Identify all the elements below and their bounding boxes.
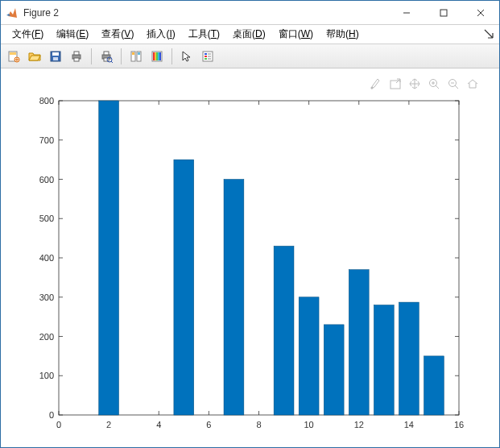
cursor-button[interactable] <box>177 47 196 66</box>
save-icon <box>49 50 62 63</box>
ytick-label: 600 <box>39 175 54 185</box>
link-button[interactable] <box>126 47 146 66</box>
bar <box>299 297 319 415</box>
menu-i[interactable]: 插入(I) <box>140 26 181 43</box>
menu-t[interactable]: 工具(T) <box>182 26 226 43</box>
menu-f[interactable]: 文件(F) <box>6 26 50 43</box>
minimize-button[interactable] <box>388 1 425 25</box>
cursor-icon <box>180 50 193 63</box>
insert-legend-button[interactable] <box>198 47 217 66</box>
toolbar-separator <box>171 48 172 64</box>
new-figure-icon <box>7 50 20 63</box>
svg-rect-23 <box>138 52 140 55</box>
ytick-label: 200 <box>39 332 54 342</box>
svg-rect-11 <box>53 57 58 60</box>
svg-rect-1 <box>440 10 447 16</box>
toolbar <box>1 44 499 68</box>
xtick-label: 0 <box>56 420 61 429</box>
xtick-label: 6 <box>206 420 211 429</box>
open-icon <box>28 50 41 63</box>
chart-svg: 01002003004005006007008000246810121416 <box>1 68 499 447</box>
svg-rect-26 <box>155 52 156 60</box>
save-button[interactable] <box>46 47 65 66</box>
xtick-label: 10 <box>304 420 314 429</box>
titlebar: Figure 2 <box>1 1 499 25</box>
dock-arrow-icon[interactable] <box>483 28 494 39</box>
menu-w[interactable]: 窗口(W) <box>272 26 320 43</box>
xtick-label: 4 <box>156 420 161 429</box>
ytick-label: 500 <box>39 214 54 223</box>
maximize-button[interactable] <box>425 1 462 25</box>
svg-rect-14 <box>74 58 79 61</box>
figure-window: Figure 2 文件(F)编辑(E)查看(V)插入(I)工具(T)桌面(D)窗… <box>0 0 500 448</box>
print-icon <box>70 50 83 63</box>
xtick-label: 14 <box>404 420 414 429</box>
ytick-label: 300 <box>39 292 54 302</box>
matlab-logo-icon <box>6 6 19 19</box>
print-preview-icon <box>100 50 113 63</box>
xtick-label: 8 <box>256 420 261 429</box>
xtick-label: 12 <box>354 420 364 429</box>
ytick-label: 400 <box>39 253 54 263</box>
menu-e[interactable]: 编辑(E) <box>50 26 95 43</box>
svg-rect-5 <box>10 52 16 55</box>
bar <box>99 101 119 415</box>
svg-rect-22 <box>132 52 134 55</box>
svg-rect-17 <box>104 58 109 61</box>
svg-rect-28 <box>158 52 159 60</box>
svg-rect-10 <box>52 52 59 56</box>
bar <box>424 356 444 415</box>
bar <box>349 270 369 415</box>
bar <box>174 160 194 415</box>
svg-rect-25 <box>153 52 155 60</box>
bar <box>224 180 244 416</box>
bar <box>274 246 294 415</box>
menu-h[interactable]: 帮助(H) <box>320 26 366 43</box>
toolbar-separator <box>121 48 122 64</box>
plot-area: 01002003004005006007008000246810121416 <box>1 68 499 447</box>
window-title: Figure 2 <box>23 7 388 19</box>
ytick-label: 700 <box>39 135 54 145</box>
close-button[interactable] <box>462 1 499 25</box>
ytick-label: 100 <box>39 371 54 380</box>
open-button[interactable] <box>25 47 44 66</box>
svg-rect-13 <box>74 52 79 55</box>
svg-rect-16 <box>104 52 109 55</box>
xtick-label: 16 <box>454 420 464 429</box>
insert-legend-icon <box>201 50 214 63</box>
menu-d[interactable]: 桌面(D) <box>226 26 272 43</box>
colorbar-icon <box>151 50 163 63</box>
print-button[interactable] <box>67 47 86 66</box>
menu-v[interactable]: 查看(V) <box>95 26 140 43</box>
bar <box>374 305 394 416</box>
ytick-label: 0 <box>49 410 54 420</box>
xtick-label: 2 <box>106 420 111 429</box>
svg-rect-29 <box>159 52 161 60</box>
new-figure-button[interactable] <box>4 47 23 66</box>
toolbar-separator <box>91 48 92 64</box>
svg-line-19 <box>111 61 113 63</box>
bar <box>399 302 419 415</box>
ytick-label: 800 <box>39 96 54 106</box>
bar <box>324 325 344 415</box>
link-icon <box>130 50 143 63</box>
menubar: 文件(F)编辑(E)查看(V)插入(I)工具(T)桌面(D)窗口(W)帮助(H) <box>1 25 499 44</box>
print-preview-button[interactable] <box>97 47 116 66</box>
window-buttons <box>388 1 499 25</box>
colorbar-button[interactable] <box>147 47 167 66</box>
svg-rect-27 <box>156 52 158 60</box>
